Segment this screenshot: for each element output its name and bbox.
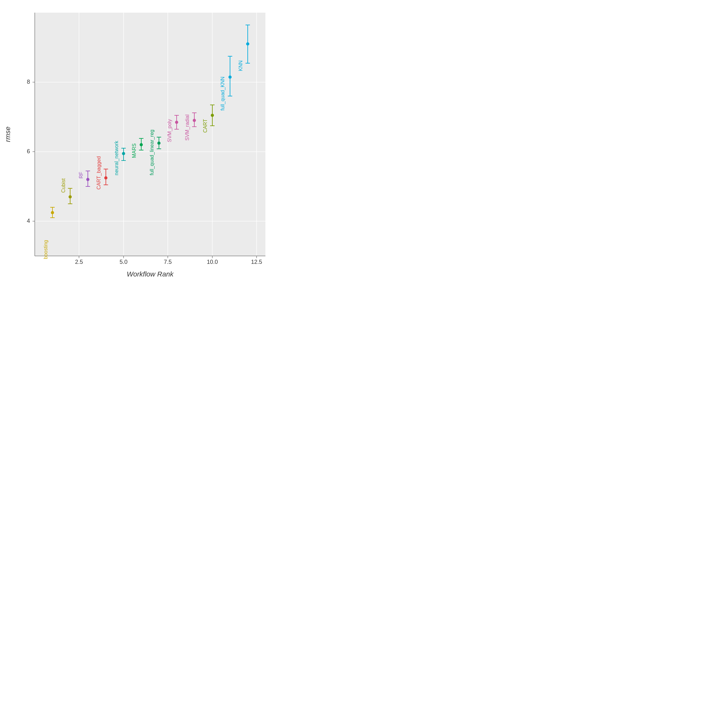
point-full-quad-knn: [228, 75, 232, 79]
scatter-plot: 2.5 5.0 7.5 10.0 12.5 4 6 8 Workflow Ran…: [3, 3, 281, 281]
label-mars: MARS: [132, 144, 137, 158]
label-full-quad-lin: full_quad_linear_reg: [149, 130, 155, 175]
point-cubist: [69, 195, 72, 199]
point-svm-poly: [175, 121, 178, 124]
y-tick-label-3: 8: [27, 79, 30, 85]
point-knn: [246, 42, 249, 46]
point-full-quad-lin: [158, 142, 161, 145]
label-cart: CART: [203, 119, 208, 133]
label-knn: KNN: [238, 60, 243, 71]
x-tick-label-5: 12.5: [251, 259, 262, 265]
label-cart-bagged: CART_bagged: [96, 156, 102, 190]
label-neural: neural_network: [114, 141, 119, 175]
point-rf: [86, 178, 89, 181]
point-mars: [140, 143, 143, 146]
label-cubist: Cubist: [61, 178, 66, 193]
chart-container: 2.5 5.0 7.5 10.0 12.5 4 6 8 Workflow Ran…: [3, 3, 281, 281]
point-cart: [211, 114, 214, 117]
label-boosting: boosting: [43, 240, 48, 259]
label-svm-radial: SVM_radial: [185, 115, 190, 141]
point-cart-bagged: [104, 176, 107, 179]
label-full-quad-knn: full_quad_KNN: [220, 76, 226, 110]
label-rf: RF: [78, 171, 84, 179]
y-tick-label-1: 4: [27, 218, 30, 224]
x-tick-label-1: 2.5: [75, 259, 83, 265]
x-tick-label-2: 5.0: [119, 259, 127, 265]
x-axis-label: Workflow Rank: [127, 270, 174, 278]
point-svm-radial: [193, 119, 196, 122]
x-tick-label-3: 7.5: [164, 259, 171, 265]
x-tick-label-4: 10.0: [206, 259, 218, 265]
y-axis-label: rmse: [4, 127, 12, 142]
y-tick-label-2: 6: [27, 148, 30, 154]
label-svm-poly: SVM_poly: [167, 119, 173, 142]
point-neural: [122, 152, 125, 155]
point-boosting: [51, 211, 54, 214]
